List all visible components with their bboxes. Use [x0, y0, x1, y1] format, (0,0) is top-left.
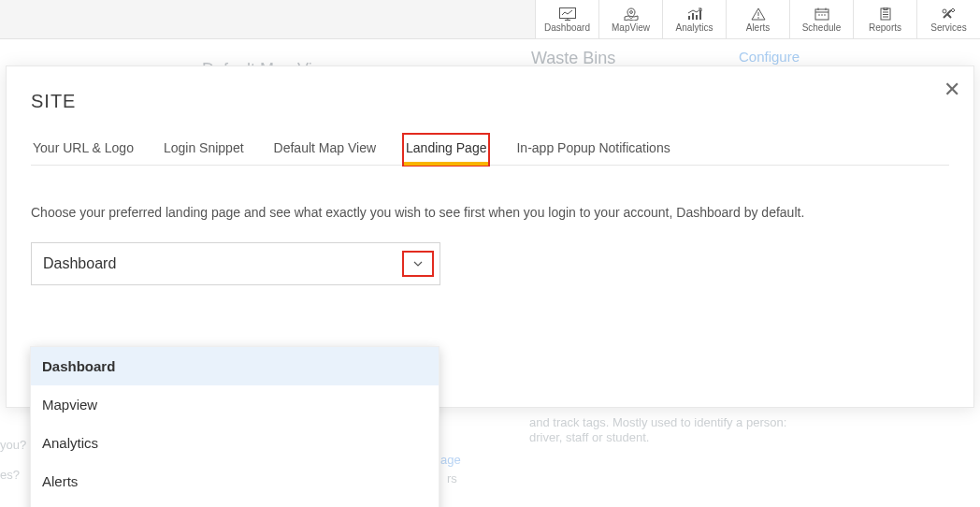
nav-label: Reports [869, 23, 901, 33]
svg-point-3 [629, 10, 632, 13]
modal-title: SITE [31, 91, 949, 112]
nav-alerts[interactable]: Alerts [726, 0, 789, 38]
svg-point-15 [821, 14, 823, 16]
tab-default-map-view[interactable]: Default Map View [272, 135, 378, 165]
tab-login-snippet[interactable]: Login Snippet [162, 135, 246, 165]
tabs: Your URL & Logo Login Snippet Default Ma… [31, 135, 949, 166]
bg-driver: driver, staff or student. [529, 430, 649, 444]
bg-you: you? [0, 438, 26, 452]
tab-label: In-app Popup Notifications [516, 140, 670, 155]
nav-label: MapView [612, 23, 650, 33]
nav-label: Services [930, 23, 966, 33]
tab-url-logo[interactable]: Your URL & Logo [31, 135, 136, 165]
nav-dashboard[interactable]: Dashboard [535, 0, 598, 38]
close-button[interactable]: ✕ [944, 80, 960, 100]
tab-label: Login Snippet [164, 140, 244, 155]
landing-page-dropdown: Dashboard Mapview Analytics Alerts Sched… [30, 346, 440, 507]
chevron-down-icon[interactable] [402, 251, 434, 277]
bg-age: age [440, 453, 461, 467]
svg-point-14 [818, 14, 820, 16]
alerts-icon [750, 7, 767, 22]
tab-label: Landing Page [406, 140, 486, 155]
bg-configure: Configure [739, 49, 800, 65]
svg-point-16 [824, 14, 826, 16]
option-analytics[interactable]: Analytics [31, 424, 439, 462]
landing-page-select[interactable]: Dashboard [31, 242, 440, 285]
nav-reports[interactable]: Reports [853, 0, 916, 38]
schedule-icon [814, 7, 830, 22]
close-icon: ✕ [944, 78, 960, 101]
option-schedule[interactable]: Schedule [31, 500, 439, 507]
services-icon [941, 7, 958, 22]
bg-track-tags: and track tags. Mostly used to identify … [529, 415, 786, 429]
bg-es: es? [0, 468, 20, 482]
option-label: Dashboard [42, 358, 115, 374]
top-navigation: Dashboard MapView Analytics Alerts Sched… [0, 0, 980, 39]
reports-icon [878, 7, 893, 22]
option-alerts[interactable]: Alerts [31, 462, 439, 500]
nav-label: Dashboard [544, 23, 590, 33]
analytics-icon [686, 7, 703, 22]
select-value: Dashboard [43, 255, 116, 272]
nav-label: Schedule [802, 23, 842, 33]
tab-popup-notifications[interactable]: In-app Popup Notifications [514, 135, 671, 165]
mapview-icon [623, 7, 640, 22]
tab-label: Default Map View [274, 140, 376, 155]
nav-label: Alerts [746, 23, 771, 33]
dashboard-icon [559, 7, 576, 22]
nav-services[interactable]: Services [916, 0, 980, 38]
nav-mapview[interactable]: MapView [598, 0, 662, 38]
option-label: Alerts [42, 473, 78, 489]
option-label: Mapview [42, 397, 97, 413]
nav-label: Analytics [675, 23, 713, 33]
tab-label: Your URL & Logo [33, 140, 134, 155]
option-label: Analytics [42, 435, 98, 451]
tab-landing-page[interactable]: Landing Page [404, 135, 488, 165]
nav-schedule[interactable]: Schedule [789, 0, 853, 38]
svg-point-9 [757, 17, 759, 19]
nav-analytics[interactable]: Analytics [662, 0, 726, 38]
option-mapview[interactable]: Mapview [31, 385, 439, 424]
svg-rect-0 [559, 7, 575, 18]
landing-page-description: Choose your preferred landing page and s… [31, 205, 949, 220]
bg-rs: rs [447, 471, 457, 485]
svg-point-22 [943, 9, 946, 13]
option-dashboard[interactable]: Dashboard [31, 347, 439, 385]
nav-items: Dashboard MapView Analytics Alerts Sched… [535, 0, 980, 38]
